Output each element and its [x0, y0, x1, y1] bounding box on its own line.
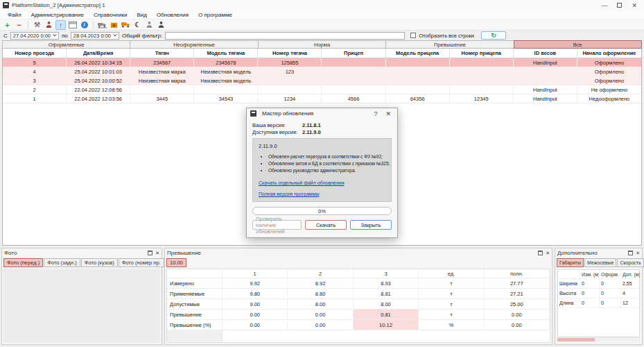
menu-directories[interactable]: Справочники: [89, 10, 132, 19]
excess-row[interactable]: Допустимые 9.00 8.00 8.00 т 25.00: [167, 299, 550, 310]
tools-icon[interactable]: ⚒: [32, 20, 42, 30]
excess-row[interactable]: Применяемые 9.80 8.80 8.81 т 27.21: [167, 289, 550, 299]
close-panel-icon[interactable]: ✕: [636, 251, 640, 256]
extra-panel-title: Дополнительно: [557, 250, 598, 256]
dimensions-row[interactable]: Ширина 0 0 2,55: [558, 279, 639, 289]
operator-icon[interactable]: [44, 20, 54, 30]
tab-speed[interactable]: Скорость: [617, 258, 643, 267]
column-header[interactable]: Начало оформление: [577, 49, 641, 58]
cell: 22.04.2022 12:03:56: [67, 94, 130, 103]
info-icon[interactable]: i: [79, 20, 89, 30]
column-header[interactable]: Тягач: [130, 49, 194, 58]
menu-administration[interactable]: Администрирование: [26, 10, 89, 19]
column-header[interactable]: Номер проезда: [3, 49, 67, 58]
excess-row[interactable]: Превышение (%) 0.00 0.00 10.12 % 0.00: [167, 320, 550, 330]
table-row[interactable]: 5 26.04.2022 10:34:15 234567 2345678 125…: [3, 58, 641, 67]
table-row[interactable]: 3 25.04.2022 10:00:52 Неизвестная марка …: [3, 76, 641, 85]
date-to-combo[interactable]: 28.04.2023 0:00: [71, 32, 119, 40]
general-filter-label: Общий фильтр:: [122, 33, 162, 39]
menu-view[interactable]: Вид: [132, 10, 151, 19]
close-panel-icon[interactable]: ✕: [546, 251, 550, 256]
users-icon[interactable]: [156, 20, 166, 30]
excess-row[interactable]: Измерено 9.92 8.92 8.93 т 27.77: [167, 278, 550, 289]
tab-photo-plate[interactable]: Фото (номер пр.: [119, 258, 164, 267]
menu-about[interactable]: О программе: [193, 10, 237, 19]
cell: 9.92: [223, 278, 288, 288]
cell: 8.92: [288, 278, 353, 288]
maximize-icon[interactable]: [617, 3, 622, 8]
add-icon[interactable]: +: [2, 20, 12, 30]
show-all-rows-checkbox[interactable]: [410, 33, 416, 38]
cell: [194, 85, 258, 94]
close-panel-icon[interactable]: ✕: [155, 251, 159, 256]
tab-registered[interactable]: Оформленные: [2, 40, 130, 49]
dialog-body: Ваша версия: 2.11.8.1 Доступная версия: …: [247, 119, 397, 230]
minimize-icon[interactable]: —: [601, 2, 607, 9]
remove-icon[interactable]: −: [14, 20, 24, 30]
row-label: Ширина: [558, 279, 580, 288]
column-header[interactable]: Модель тягача: [194, 49, 258, 58]
column-header[interactable]: Модель прицепа: [386, 49, 450, 58]
tab-photo-rear[interactable]: Фото (задн.): [44, 258, 80, 267]
float-panel-icon[interactable]: [628, 251, 633, 255]
column-header[interactable]: Дата/Время: [67, 49, 130, 58]
cell: 8.80: [288, 289, 353, 298]
download-button[interactable]: Скачать: [305, 220, 347, 230]
cell: HandInput: [514, 94, 577, 103]
cell: [167, 269, 223, 278]
float-panel-icon[interactable]: [538, 251, 543, 255]
tab-unregistered[interactable]: Неоформленные: [130, 40, 257, 49]
excess-panel: Превышение ✕ 10.00 1 2 3 ед. полн. Измер…: [164, 248, 552, 345]
help-icon[interactable]: ?: [371, 110, 380, 117]
excess-row[interactable]: Превышение 0.00 0.00 0.81 т 0.00: [167, 310, 550, 320]
close-icon[interactable]: ✕: [383, 110, 394, 117]
weighbridge-icon[interactable]: [97, 20, 107, 30]
menu-updates[interactable]: Обновления: [152, 10, 193, 19]
float-panel-icon[interactable]: [148, 251, 153, 255]
cell: 125855: [258, 58, 322, 67]
cell: Оформ. (м): [600, 270, 621, 278]
cargo-icon[interactable]: [109, 20, 119, 30]
menu-file[interactable]: Файл: [3, 10, 26, 19]
table-row[interactable]: 4 25.04.2022 10:01:03 Неизвестная марка …: [3, 67, 641, 76]
column-header[interactable]: ID весов: [514, 49, 577, 58]
general-filter-input[interactable]: [165, 32, 405, 40]
date-from-combo[interactable]: 27.04.2020 0:00: [10, 32, 59, 40]
tab-photo-body[interactable]: Фото (кузов): [81, 258, 118, 267]
available-version-value: 2.11.9.0: [302, 129, 321, 135]
tab-axles[interactable]: Межосевые: [584, 258, 616, 267]
cell: [258, 85, 322, 94]
cell: [450, 67, 514, 76]
column-header[interactable]: Номер прицепа: [450, 49, 514, 58]
close-button[interactable]: Закрыть: [350, 220, 392, 230]
download-update-file-link[interactable]: Скачать отдельный файл обновления: [259, 180, 385, 185]
tab-photo-front[interactable]: Фото (перед.): [3, 258, 43, 267]
crescent-icon[interactable]: ☾: [132, 20, 143, 30]
arrow-up-icon[interactable]: ↑: [55, 20, 66, 30]
excess-panel-header: Превышение ✕: [165, 248, 552, 257]
dimensions-row[interactable]: Длина 0 0 12: [558, 298, 639, 308]
table-row[interactable]: 1 22.04.2022 12:03:56 3445 34543 1234 45…: [3, 94, 641, 103]
table-row[interactable]: 2 22.04.2022 12:08:56 HandInput Не оформ…: [3, 85, 641, 94]
truck-icon[interactable]: [121, 20, 131, 30]
refresh-button[interactable]: ↻: [481, 31, 506, 40]
window-icon[interactable]: [67, 20, 78, 30]
column-header[interactable]: Номер тягача: [258, 49, 322, 58]
cell: 27.77: [485, 278, 550, 288]
close-icon[interactable]: ✕: [632, 2, 637, 9]
scrollbar-thumb[interactable]: [557, 338, 595, 341]
user-icon[interactable]: [144, 20, 155, 30]
check-updates-button[interactable]: Проверить наличие обновлений: [252, 220, 302, 230]
tab-all[interactable]: Все: [514, 40, 642, 49]
cell: [258, 76, 322, 85]
tab-dimensions[interactable]: Габариты: [557, 258, 584, 267]
tab-excess-value[interactable]: 10.00: [166, 258, 186, 267]
cell: 27.21: [485, 289, 550, 298]
dimensions-row[interactable]: Высота 0 0 4: [558, 289, 639, 298]
column-header[interactable]: Прицеп: [322, 49, 385, 58]
cell: 34543: [194, 94, 258, 103]
tab-excess[interactable]: Превышение: [385, 40, 513, 49]
cell: 2: [288, 269, 353, 278]
tab-norm[interactable]: Норма: [258, 40, 385, 49]
full-version-link[interactable]: Полная версия программы: [259, 192, 385, 196]
